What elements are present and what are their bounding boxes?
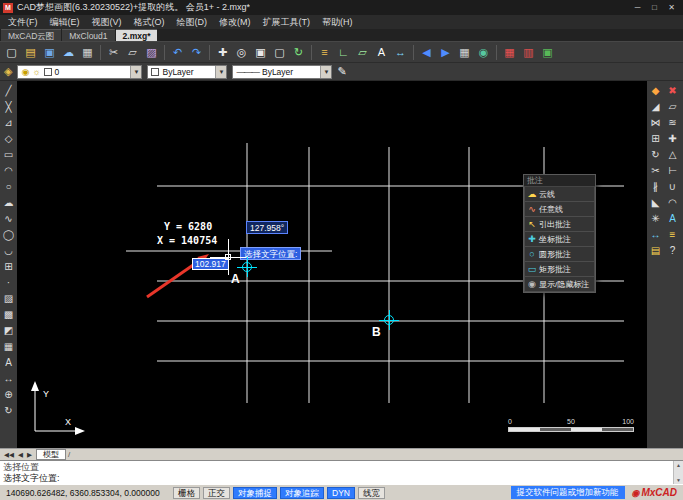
offset-icon[interactable]: ≋ — [664, 114, 681, 130]
draw-arc-icon[interactable]: ◠ — [1, 162, 17, 178]
open-folder-icon[interactable]: ▤ — [21, 43, 40, 62]
status-toggle[interactable]: DYN — [327, 487, 355, 499]
extend-icon[interactable]: ⊢ — [664, 162, 681, 178]
insert-block-icon[interactable]: ⊞ — [1, 258, 17, 274]
layer-manager-icon[interactable]: ≡ — [664, 226, 681, 242]
draw-point-icon[interactable]: · — [1, 274, 17, 290]
close-button[interactable]: ✕ — [663, 3, 680, 12]
command-line[interactable]: 选择位置 选择文字位置: ▲ ▼ — [0, 460, 683, 484]
text-style-icon[interactable]: A — [664, 210, 681, 226]
layers-stack-icon[interactable]: ◈ — [4, 65, 12, 78]
status-toggle[interactable]: 对象追踪 — [280, 487, 324, 499]
draw-polyline-icon[interactable]: ⊿ — [1, 114, 17, 130]
erase-icon[interactable]: ◢ — [647, 98, 664, 114]
dim-linear-icon[interactable]: ↔ — [1, 370, 17, 386]
fillet-icon[interactable]: ◠ — [664, 194, 681, 210]
document-tab[interactable]: MxCloud1 — [62, 29, 114, 41]
app-tools-icon[interactable]: ▦ — [500, 43, 519, 62]
color-dropdown[interactable]: ByLayer ▼ — [147, 65, 227, 79]
anno-item[interactable]: ○圆形批注 — [524, 247, 595, 262]
menu-item[interactable]: 扩展工具(T) — [257, 15, 317, 29]
chevron-down-icon[interactable]: ▼ — [130, 66, 141, 78]
dyn-value-field[interactable]: 102.917 — [192, 258, 229, 270]
linetype-dropdown[interactable]: ——— ByLayer ▼ — [232, 65, 332, 79]
mtext-icon[interactable]: A — [1, 354, 17, 370]
properties-icon[interactable]: ▤ — [647, 242, 664, 258]
orbit-icon[interactable]: ↻ — [1, 402, 17, 418]
chevron-down-icon[interactable]: ▼ — [215, 66, 226, 78]
break-icon[interactable]: ∦ — [647, 178, 664, 194]
document-tab[interactable]: 2.mxg* — [116, 29, 158, 41]
model-tab[interactable]: 模型 — [36, 449, 66, 460]
draw-line-icon[interactable]: ╱ — [1, 82, 17, 98]
new-file-icon[interactable]: ▢ — [2, 43, 21, 62]
zoom-realtime-icon[interactable]: ⊕ — [1, 386, 17, 402]
zoom-icon[interactable]: ◎ — [232, 43, 251, 62]
hatch-icon[interactable]: ▨ — [1, 290, 17, 306]
array-icon[interactable]: ⊞ — [647, 130, 664, 146]
insert-image-icon[interactable]: ▣ — [538, 43, 557, 62]
measure-distance-icon[interactable]: ∟ — [334, 43, 353, 62]
zoom-window-icon[interactable]: ▣ — [251, 43, 270, 62]
status-toggle[interactable]: 线宽 — [358, 487, 385, 499]
table-icon[interactable]: ▦ — [1, 338, 17, 354]
paste-icon[interactable]: ▨ — [142, 43, 161, 62]
save-icon[interactable]: ▣ — [40, 43, 59, 62]
panel-close-icon[interactable]: ✖ — [664, 82, 681, 98]
text-icon[interactable]: A — [372, 43, 391, 62]
draw-spline-icon[interactable]: ∿ — [1, 210, 17, 226]
feedback-banner[interactable]: 提交软件问题或增加新功能 — [511, 486, 625, 499]
maximize-button[interactable]: □ — [646, 3, 663, 12]
point-B[interactable] — [384, 315, 394, 325]
palette-icon[interactable]: ◆ — [647, 82, 664, 98]
copy-clip-icon[interactable]: ▱ — [123, 43, 142, 62]
anno-item[interactable]: ↖引出批注 — [524, 217, 595, 232]
anno-item[interactable]: ☁云线 — [524, 187, 595, 202]
chevron-down-icon[interactable]: ▼ — [320, 66, 331, 78]
layer-dropdown[interactable]: ◉ ☼ 0 ▼ — [17, 65, 142, 79]
status-toggle[interactable]: 栅格 — [173, 487, 200, 499]
pan-icon[interactable]: ✚ — [213, 43, 232, 62]
menu-item[interactable]: 修改(M) — [213, 15, 257, 29]
sheet-nav-button[interactable]: ◀◀ — [2, 451, 16, 458]
status-toggle[interactable]: 正交 — [203, 487, 230, 499]
menu-item[interactable]: 绘图(D) — [171, 15, 214, 29]
sheet-nav-button[interactable]: ◀ — [16, 451, 25, 458]
anno-item[interactable]: ∿任意线 — [524, 202, 595, 217]
move-icon[interactable]: ✚ — [664, 130, 681, 146]
explode-icon[interactable]: ✳ — [647, 210, 664, 226]
mirror-icon[interactable]: ⋈ — [647, 114, 664, 130]
status-toggle[interactable]: 对象捕捉 — [233, 487, 277, 499]
undo-icon[interactable]: ↶ — [168, 43, 187, 62]
sheet-nav-button[interactable]: ▶ — [25, 451, 34, 458]
region-icon[interactable]: ◩ — [1, 322, 17, 338]
dimension-icon[interactable]: ↔ — [391, 43, 410, 62]
gradient-icon[interactable]: ▩ — [1, 306, 17, 322]
draw-ellipse-arc-icon[interactable]: ◡ — [1, 242, 17, 258]
chamfer-icon[interactable]: ◣ — [647, 194, 664, 210]
menu-item[interactable]: 格式(O) — [128, 15, 171, 29]
document-tab[interactable]: MxCAD云图 — [1, 29, 61, 41]
draw-rectangle-icon[interactable]: ▭ — [1, 146, 17, 162]
draw-revcloud-icon[interactable]: ☁ — [1, 194, 17, 210]
anno-item[interactable]: ✚坐标批注 — [524, 232, 595, 247]
trim-icon[interactable]: ✂ — [647, 162, 664, 178]
dim-style-icon[interactable]: ↔ — [647, 226, 664, 242]
measure-area-icon[interactable]: ▱ — [353, 43, 372, 62]
anno-item[interactable]: ◉显示/隐藏标注 — [524, 277, 595, 292]
zoom-extents-icon[interactable]: ▢ — [270, 43, 289, 62]
menu-item[interactable]: 视图(V) — [86, 15, 128, 29]
pen-icon[interactable]: ✎ — [337, 65, 346, 78]
rotate-icon[interactable]: ↻ — [647, 146, 664, 162]
print-preview-icon[interactable]: ▦ — [455, 43, 474, 62]
scroll-down-icon[interactable]: ▼ — [676, 477, 681, 483]
app-store-icon[interactable]: ▥ — [519, 43, 538, 62]
regen-icon[interactable]: ↻ — [289, 43, 308, 62]
web-icon[interactable]: ◉ — [474, 43, 493, 62]
cut-icon[interactable]: ✂ — [104, 43, 123, 62]
redo-icon[interactable]: ↷ — [187, 43, 206, 62]
menu-item[interactable]: 编辑(E) — [44, 15, 86, 29]
layers-icon[interactable]: ≡ — [315, 43, 334, 62]
cloud-save-icon[interactable]: ☁ — [59, 43, 78, 62]
scale-icon[interactable]: △ — [664, 146, 681, 162]
